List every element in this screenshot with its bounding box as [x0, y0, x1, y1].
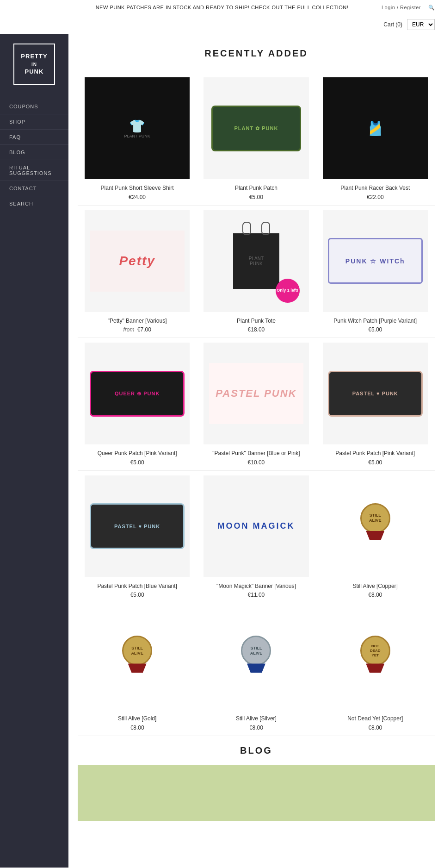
announcement-bar: NEW PUNK PATCHES ARE IN STOCK AND READY …: [0, 0, 444, 15]
product-image-wrapper: PASTEL PUNK: [204, 343, 308, 444]
product-image-wrapper: PASTEL ♥ PUNK: [85, 475, 190, 577]
product-name: Still Alive [Silver]: [236, 715, 277, 723]
product-item[interactable]: PLANTPUNK Only 1 left! Plant Punk Tote €…: [197, 206, 315, 338]
sidebar-nav: COUPONS SHOP FAQ BLOG RITUAL SUGGESTIONS…: [0, 99, 68, 211]
sidebar-item-faq[interactable]: FAQ: [0, 130, 68, 145]
product-item[interactable]: PLANT ✿ PUNK Plant Punk Patch €5.00: [197, 73, 315, 206]
sidebar-item-contact[interactable]: CONTACT: [0, 181, 68, 196]
product-price: €10.00: [248, 459, 265, 466]
product-name: "Pastel Punk" Banner [Blue or Pink]: [212, 450, 300, 457]
sidebar-item-ritual[interactable]: RITUAL SUGGESTIONS: [0, 160, 68, 181]
product-image-wrapper: STILLALIVE: [204, 608, 308, 710]
announcement-text: NEW PUNK PATCHES ARE IN STOCK AND READY …: [0, 5, 444, 10]
product-item[interactable]: 👕 PLANT PUNK Plant Punk Short Sleeve Shi…: [78, 73, 197, 206]
product-price: €5.00: [368, 326, 382, 333]
product-visual: STILLALIVE: [238, 636, 275, 682]
blog-title: BLOG: [78, 745, 435, 756]
product-visual: Petty: [90, 231, 185, 292]
product-price: €8.00: [130, 724, 144, 731]
product-name: Punk Witch Patch [Purple Variant]: [333, 318, 417, 325]
product-visual: STILLALIVE: [357, 503, 394, 550]
product-visual: NOTDEADYET: [357, 636, 394, 682]
product-image-wrapper: Petty: [85, 210, 190, 312]
product-item[interactable]: PASTEL ♥ PUNK Pastel Punk Patch [Pink Va…: [316, 338, 435, 471]
product-image-wrapper: QUEER ⊕ PUNK: [85, 343, 190, 444]
product-price: €5.00: [130, 459, 144, 466]
product-item[interactable]: NOTDEADYET Not Dead Yet [Copper] €8.00: [316, 603, 435, 736]
product-badge: Only 1 left!: [276, 279, 300, 303]
sidebar-item-search[interactable]: SEARCH: [0, 196, 68, 211]
product-item[interactable]: MOON MAGICK "Moon Magick" Banner [Variou…: [197, 471, 315, 604]
product-image-wrapper: PUNK ☆ WITCh: [323, 210, 428, 312]
product-image-wrapper: PLANTPUNK Only 1 left!: [204, 210, 308, 312]
main-content: RECENTLY ADDED 👕 PLANT PUNK Plant Punk S…: [68, 34, 444, 868]
product-grid: 👕 PLANT PUNK Plant Punk Short Sleeve Shi…: [78, 73, 435, 736]
header-row2: Cart (0) EUR USD GBP: [0, 15, 444, 34]
product-item[interactable]: QUEER ⊕ PUNK Queer Punk Patch [Pink Vari…: [78, 338, 197, 471]
product-price: from €7.00: [123, 326, 151, 333]
product-visual: QUEER ⊕ PUNK: [90, 371, 185, 417]
product-visual: MOON MAGICK: [209, 496, 304, 557]
product-visual: PASTEL PUNK: [209, 363, 304, 424]
product-item[interactable]: STILLALIVE Still Alive [Silver] €8.00: [197, 603, 315, 736]
product-name: Not Dead Yet [Copper]: [347, 715, 403, 723]
product-name: Still Alive [Gold]: [118, 715, 156, 723]
product-image-wrapper: 👕 PLANT PUNK: [85, 77, 190, 179]
product-item[interactable]: 🎽 Plant Punk Racer Back Vest €22.00: [316, 73, 435, 206]
product-name: "Moon Magick" Banner [Various]: [216, 583, 296, 590]
sidebar-item-coupons[interactable]: COUPONS: [0, 99, 68, 114]
product-name: Still Alive [Copper]: [353, 583, 398, 590]
product-price: €5.00: [249, 194, 263, 200]
product-image-wrapper: PASTEL ♥ PUNK: [323, 343, 428, 444]
product-name: Queer Punk Patch [Pink Variant]: [98, 450, 177, 457]
product-item[interactable]: PASTEL ♥ PUNK Pastel Punk Patch [Blue Va…: [78, 471, 197, 604]
product-name: "Petty" Banner [Various]: [108, 318, 167, 325]
product-visual: PUNK ☆ WITCh: [328, 238, 423, 284]
product-price: €18.00: [248, 326, 265, 333]
product-item[interactable]: STILLALIVE Still Alive [Copper] €8.00: [316, 471, 435, 604]
page-layout: PRETTY IN PUNK COUPONS SHOP FAQ BLOG RIT…: [0, 34, 444, 868]
sidebar-item-shop[interactable]: SHOP: [0, 114, 68, 130]
product-name: Pastel Punk Patch [Pink Variant]: [335, 450, 415, 457]
product-name: Pastel Punk Patch [Blue Variant]: [97, 583, 177, 590]
product-price: €8.00: [368, 724, 382, 731]
product-visual: PASTEL ♥ PUNK: [90, 503, 185, 549]
product-name: Plant Punk Tote: [237, 318, 276, 325]
cart-label[interactable]: Cart (0): [383, 21, 402, 28]
product-visual: PLANT ✿ PUNK: [211, 106, 301, 151]
logo-text: PRETTY IN PUNK: [21, 53, 47, 76]
product-name: Plant Punk Short Sleeve Shirt: [101, 185, 174, 192]
product-image-wrapper: STILLALIVE: [323, 475, 428, 577]
product-item[interactable]: STILLALIVE Still Alive [Gold] €8.00: [78, 603, 197, 736]
product-visual: STILLALIVE: [119, 636, 156, 682]
recently-added-title: RECENTLY ADDED: [78, 48, 435, 59]
product-image-wrapper: NOTDEADYET: [323, 608, 428, 710]
product-price: €24.00: [129, 194, 146, 200]
product-item[interactable]: Petty "Petty" Banner [Various] from €7.0…: [78, 206, 197, 338]
product-item[interactable]: PASTEL PUNK "Pastel Punk" Banner [Blue o…: [197, 338, 315, 471]
product-price: €8.00: [368, 592, 382, 598]
product-price: €11.00: [248, 592, 265, 598]
product-name: Plant Punk Patch: [235, 185, 278, 192]
currency-select[interactable]: EUR USD GBP: [407, 19, 435, 30]
logo[interactable]: PRETTY IN PUNK: [13, 44, 55, 85]
product-price: €8.00: [249, 724, 263, 731]
sidebar-item-blog[interactable]: BLOG: [0, 145, 68, 160]
product-price: €5.00: [368, 459, 382, 466]
product-item[interactable]: PUNK ☆ WITCh Punk Witch Patch [Purple Va…: [316, 206, 435, 338]
product-image-wrapper: PLANT ✿ PUNK: [204, 77, 308, 179]
product-name: Plant Punk Racer Back Vest: [340, 185, 410, 192]
product-price: €22.00: [367, 194, 384, 200]
blog-section: BLOG: [78, 745, 435, 821]
product-image-wrapper: STILLALIVE: [85, 608, 190, 710]
search-icon[interactable]: 🔍: [428, 5, 435, 11]
product-image-wrapper: MOON MAGICK: [204, 475, 308, 577]
product-image-wrapper: 🎽: [323, 77, 428, 179]
product-price: €5.00: [130, 592, 144, 598]
auth-links[interactable]: Login / Register: [382, 5, 421, 10]
product-visual: PASTEL ♥ PUNK: [328, 371, 423, 417]
sidebar: PRETTY IN PUNK COUPONS SHOP FAQ BLOG RIT…: [0, 34, 68, 868]
blog-image: [78, 765, 435, 821]
